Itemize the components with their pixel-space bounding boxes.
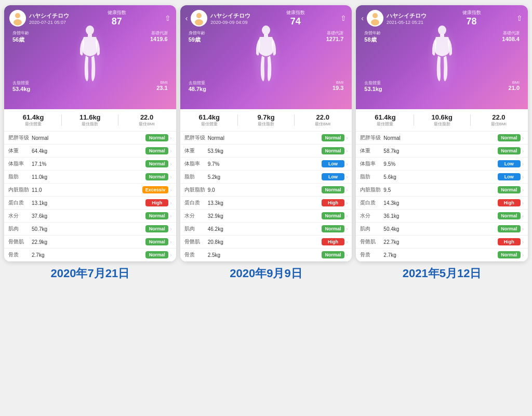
status-badge: Normal — [498, 251, 521, 258]
best-label-0: 最佳體重 — [377, 121, 393, 127]
table-row[interactable]: 肥胖等级 Normal Normal › — [180, 132, 352, 145]
back-icon[interactable]: ‹ — [361, 14, 364, 22]
table-row[interactable]: 体重 64.4kg Normal › — [4, 145, 176, 158]
share-icon[interactable]: ⇧ — [516, 14, 523, 22]
chevron-right-icon: › — [346, 161, 348, 167]
status-badge: Normal — [145, 251, 168, 258]
table-row[interactable]: 骨骼肌 22.9kg Normal › — [4, 236, 176, 249]
back-icon[interactable]: ‹ — [185, 14, 188, 22]
status-badge: Low — [322, 160, 344, 167]
table-row[interactable]: 体脂率 9.5% Low › — [356, 158, 528, 171]
best-item-1: 10.6kg 最佳脂肪 — [416, 113, 468, 127]
bmi-value: 23.1 — [156, 85, 167, 91]
best-label-2: 最佳BMI — [315, 121, 330, 127]
panel-2: ‹ ハヤシイチロウ 2020-09-09 04:09 健康指数 74 ⇧ 身體年… — [180, 5, 352, 262]
row-label-0: 肥胖等级 — [8, 134, 32, 141]
row-label-3: 脂肪 — [184, 173, 208, 180]
best-item-0: 61.4kg 最佳體重 — [183, 113, 235, 127]
table-row[interactable]: 脂肪 11.0kg Normal › — [4, 171, 176, 184]
table-row[interactable]: 内脏脂肪 9.0 Normal › — [180, 184, 352, 197]
bmr-value: 1271.7 — [326, 36, 344, 42]
table-row[interactable]: 骨骼肌 20.8kg High › — [180, 236, 352, 249]
table-row[interactable]: 体脂率 9.7% Low › — [180, 158, 352, 171]
table-row[interactable]: 内脏脂肪 9.5 Normal › — [356, 184, 528, 197]
lean-mass-value: 53.1kg — [364, 86, 382, 92]
table-row[interactable]: 肌肉 50.7kg Normal › — [4, 223, 176, 236]
health-index-value: 74 — [286, 16, 305, 27]
table-row[interactable]: 蛋白质 13.1kg High › — [4, 197, 176, 210]
best-bar: 61.4kg 最佳體重 9.7kg 最佳脂肪 22.0 最佳BMI — [180, 109, 352, 132]
health-index-block: 健康指数 87 — [108, 9, 126, 27]
bmi-label: BMI — [509, 80, 520, 85]
table-row[interactable]: 体脂率 17.1% Normal › — [4, 158, 176, 171]
table-row[interactable]: 蛋白质 14.3kg High › — [356, 197, 528, 210]
table-row[interactable]: 肌肉 50.4kg Normal › — [356, 223, 528, 236]
row-value-2: 9.7% — [208, 161, 322, 167]
table-row[interactable]: 水分 37.6kg Normal › — [4, 210, 176, 223]
table-row[interactable]: 脂肪 5.6kg Low › — [356, 171, 528, 184]
status-badge: High — [145, 199, 168, 206]
row-value-7: 50.7kg — [32, 226, 145, 232]
chevron-right-icon: › — [170, 135, 171, 141]
status-badge: Normal — [145, 134, 168, 141]
table-row[interactable]: 体重 53.9kg Normal › — [180, 145, 352, 158]
best-label-2: 最佳BMI — [139, 121, 154, 127]
best-bar: 61.4kg 最佳體重 11.6kg 最佳脂肪 22.0 最佳BMI — [4, 109, 176, 132]
share-icon[interactable]: ⇧ — [340, 14, 347, 22]
status-badge: Normal — [498, 186, 521, 193]
panels-row: ハヤシイチロウ 2020-07-21 05:07 健康指数 87 ⇧ 身體年齢 … — [0, 0, 532, 262]
table-row[interactable]: 肌肉 46.2kg Normal › — [180, 223, 352, 236]
body-age-block: 身體年齢 58歳 — [364, 30, 381, 44]
table-row[interactable]: 骨质 2.5kg Normal › — [180, 249, 352, 262]
body-figure — [250, 20, 282, 93]
table-row[interactable]: 内脏脂肪 11.0 Excessiv › — [4, 184, 176, 197]
bmi-label: BMI — [156, 80, 167, 85]
status-badge: Excessiv — [142, 186, 169, 193]
table-row[interactable]: 水分 36.1kg Normal › — [356, 210, 528, 223]
row-label-9: 骨质 — [184, 251, 208, 258]
table-row[interactable]: 骨质 2.7kg Normal › — [356, 249, 528, 262]
body-figure — [74, 20, 105, 93]
chevron-right-icon: › — [522, 200, 524, 206]
health-index-value: 78 — [462, 16, 481, 27]
status-badge: Normal — [145, 225, 168, 232]
share-icon[interactable]: ⇧ — [165, 14, 171, 22]
user-date: 2020-07-21 05:07 — [29, 20, 69, 25]
status-badge: High — [498, 199, 521, 206]
chevron-right-icon: › — [346, 213, 348, 219]
table-row[interactable]: 蛋白质 13.3kg High › — [180, 197, 352, 210]
chevron-right-icon: › — [522, 174, 524, 180]
user-info: ハヤシイチロウ 2021-05-12 05:21 — [387, 12, 427, 25]
status-badge: High — [322, 199, 344, 206]
row-value-6: 37.6kg — [32, 213, 145, 219]
row-value-5: 13.3kg — [208, 200, 322, 206]
status-badge: Normal — [145, 238, 168, 245]
best-value-2: 22.0 — [140, 113, 153, 121]
chevron-right-icon: › — [346, 135, 348, 141]
status-badge: Normal — [322, 212, 344, 219]
chevron-right-icon: › — [522, 161, 524, 167]
row-label-0: 肥胖等级 — [184, 134, 208, 141]
chevron-right-icon: › — [170, 213, 171, 219]
status-badge: Normal — [322, 251, 344, 258]
avatar — [9, 10, 26, 27]
table-row[interactable]: 骨质 2.7kg Normal › — [4, 249, 176, 262]
table-row[interactable]: 水分 32.9kg Normal › — [180, 210, 352, 223]
chevron-right-icon: › — [170, 239, 171, 245]
date-label-2: 2020年9月9日 — [180, 266, 352, 281]
table-row[interactable]: 骨骼肌 22.7kg High › — [356, 236, 528, 249]
body-age-value: 58歳 — [364, 36, 381, 44]
table-row[interactable]: 肥胖等级 Normal Normal › — [4, 132, 176, 145]
chevron-right-icon: › — [522, 226, 524, 232]
status-badge: Normal — [322, 134, 344, 141]
date-label-1: 2020年7月21日 — [4, 266, 176, 281]
body-age-label: 身體年齢 — [364, 30, 381, 36]
table-row[interactable]: 肥胖等级 Normal Normal › — [356, 132, 528, 145]
row-label-8: 骨骼肌 — [184, 238, 208, 245]
chevron-right-icon: › — [170, 161, 171, 167]
chevron-right-icon: › — [346, 252, 348, 258]
row-label-9: 骨质 — [8, 251, 32, 258]
table-row[interactable]: 体重 58.7kg Normal › — [356, 145, 528, 158]
table-row[interactable]: 脂肪 5.2kg Low › — [180, 171, 352, 184]
status-badge: High — [498, 238, 521, 245]
